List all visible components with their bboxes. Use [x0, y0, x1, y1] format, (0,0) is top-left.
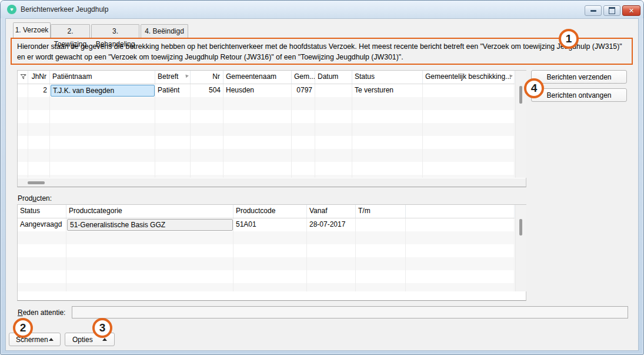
- reden-attentie-label: Reden attentie:: [18, 308, 65, 317]
- cell-gemeentenaam: Heusden: [223, 84, 292, 97]
- column-header-jhnr[interactable]: JhNr: [28, 71, 50, 84]
- reden-attentie-input[interactable]: [72, 306, 628, 318]
- app-logo-icon: ♥: [7, 5, 16, 14]
- cell-betreft: Patiënt: [155, 84, 191, 97]
- row-indicator-cell: [18, 84, 28, 97]
- berichten-verzenden-button[interactable]: Berichten verzenden: [531, 70, 627, 84]
- column-header-productcode[interactable]: Productcode: [233, 205, 307, 218]
- sort-indicator-icon: [184, 74, 189, 78]
- chevron-up-icon: [102, 338, 107, 341]
- cell-filler: [406, 218, 515, 231]
- column-divider: [49, 84, 50, 178]
- vertical-scrollbar-track[interactable]: [515, 205, 526, 291]
- maximize-icon: [609, 7, 615, 14]
- column-divider: [190, 84, 191, 178]
- close-icon: ✕: [629, 7, 634, 15]
- column-divider: [155, 84, 155, 178]
- column-divider: [28, 84, 28, 178]
- column-header-gem[interactable]: Gem...: [292, 71, 315, 84]
- minimize-icon: [590, 10, 596, 12]
- cell-productcategorie[interactable]: 51-Generalistische Basis GGZ: [66, 218, 233, 231]
- close-button[interactable]: ✕: [622, 5, 640, 16]
- berichten-grid: JhNr Patiëntnaam Betreft Nr Gemeentenaam…: [17, 70, 526, 187]
- cell-gem: 0797: [292, 84, 315, 97]
- cell-productcode: 51A01: [233, 218, 307, 231]
- column-header-gemeentenaam[interactable]: Gemeentenaam: [223, 71, 292, 84]
- column-header-vanaf[interactable]: Vanaf: [307, 205, 356, 218]
- annotation-circle-2: 2: [13, 318, 33, 338]
- cell-datum: [315, 84, 352, 97]
- column-divider: [514, 84, 515, 178]
- tab-toewijzing[interactable]: 2. Toewijzing: [51, 24, 90, 38]
- selected-cell-patientnaam[interactable]: T.J.K. van Beegden: [51, 85, 155, 97]
- tab-beeindigd[interactable]: 4. Beëindigd: [141, 24, 188, 38]
- window-title: Berichtenverkeer Jeugdhulp: [21, 5, 108, 14]
- filter-header-cell[interactable]: [18, 71, 28, 84]
- maximize-button[interactable]: [603, 5, 620, 16]
- producten-grid-body: Aangevraagd 51-Generalistische Basis GGZ…: [18, 218, 515, 291]
- cell-gemeentelijk-beschikking: [423, 84, 515, 97]
- vertical-scrollbar-thumb[interactable]: [519, 86, 522, 104]
- producten-grid: Status Productcategorie Productcode Vana…: [17, 204, 526, 301]
- producten-grid-header: Status Productcategorie Productcode Vana…: [18, 205, 515, 218]
- minimize-button[interactable]: [585, 5, 602, 16]
- column-header-status[interactable]: Status: [352, 71, 423, 84]
- producten-label: Producten:: [18, 194, 52, 203]
- horizontal-scrollbar-track[interactable]: [18, 178, 526, 187]
- berichten-ontvangen-button[interactable]: Berichten ontvangen: [531, 88, 627, 102]
- column-header-tm[interactable]: T/m: [356, 205, 406, 218]
- product-table-row[interactable]: Aangevraagd 51-Generalistische Basis GGZ…: [18, 218, 515, 231]
- cell-tm: [356, 218, 406, 231]
- cell-nr: 504: [191, 84, 223, 97]
- column-divider: [223, 84, 223, 178]
- cell-patientnaam[interactable]: T.J.K. van Beegden: [50, 84, 155, 97]
- annotation-circle-4: 4: [524, 78, 544, 98]
- column-divider: [422, 84, 423, 178]
- cell-product-status: Aangevraagd: [18, 218, 66, 231]
- annotation-circle-1: 1: [559, 29, 579, 49]
- cell-vanaf: 28-07-2017: [307, 218, 356, 231]
- column-header-gemeentelijk-beschikking[interactable]: Gemeentelijk beschikking...: [423, 71, 515, 84]
- application-window: ♥ Berichtenverkeer Jeugdhulp ✕ 1. Verzoe…: [0, 0, 644, 355]
- column-divider: [352, 84, 352, 178]
- tab-behandeling[interactable]: 3. Behandeling: [91, 24, 139, 38]
- column-divider: [315, 84, 315, 178]
- vertical-scrollbar-thumb[interactable]: [519, 219, 522, 235]
- column-divider: [291, 84, 292, 178]
- column-header-productcategorie[interactable]: Productcategorie: [66, 205, 233, 218]
- cell-status: Te versturen: [352, 84, 423, 97]
- column-header-product-status[interactable]: Status: [18, 205, 66, 218]
- titlebar[interactable]: ♥ Berichtenverkeer Jeugdhulp ✕: [1, 1, 643, 18]
- column-header-filler: [406, 205, 515, 218]
- cell-jhnr: 2: [28, 84, 50, 97]
- funnel-filter-icon: [20, 74, 26, 80]
- horizontal-scrollbar-thumb[interactable]: [28, 181, 45, 184]
- berichten-grid-header: JhNr Patiëntnaam Betreft Nr Gemeentenaam…: [18, 71, 515, 84]
- column-header-patientnaam[interactable]: Patiëntnaam: [50, 71, 155, 84]
- chevron-up-icon: [49, 338, 54, 341]
- productcategorie-editor[interactable]: 51-Generalistische Basis GGZ: [67, 219, 233, 231]
- bericht-table-row[interactable]: 2 T.J.K. van Beegden Patiënt 504 Heusden…: [18, 84, 515, 97]
- tab-verzoek[interactable]: 1. Verzoek: [13, 22, 51, 38]
- annotation-circle-3: 3: [92, 318, 112, 338]
- column-header-nr[interactable]: Nr: [191, 71, 223, 84]
- column-header-datum[interactable]: Datum: [315, 71, 352, 84]
- column-header-betreft[interactable]: Betreft: [155, 71, 191, 84]
- berichten-grid-body: 2 T.J.K. van Beegden Patiënt 504 Heusden…: [18, 84, 515, 178]
